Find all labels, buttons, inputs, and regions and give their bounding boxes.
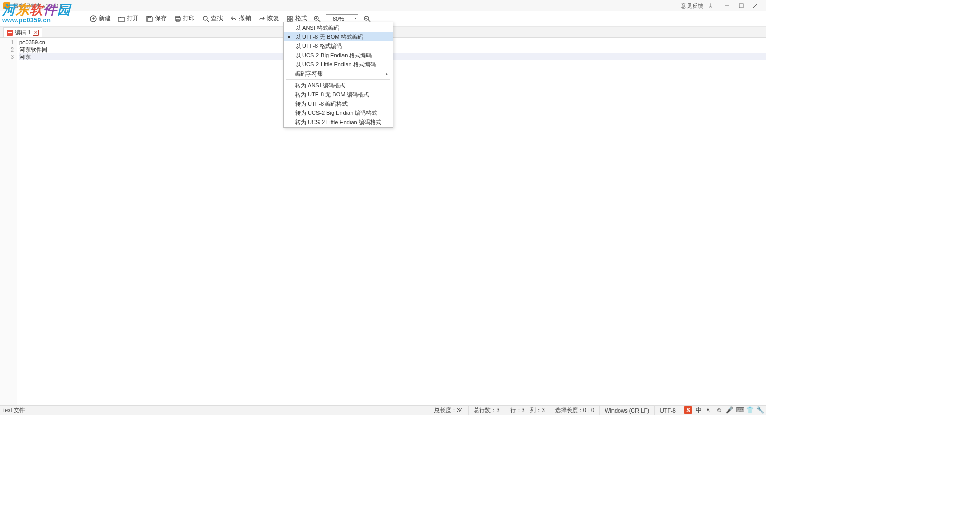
menu-item-utf8-nobom[interactable]: 以 UTF-8 无 BOM 格式编码 [284, 32, 393, 41]
new-button[interactable]: 新建 [87, 13, 114, 25]
menu-item-convert-ansi[interactable]: 转为 ANSI 编码格式 [284, 81, 393, 90]
feedback-link[interactable]: 意见反馈 [681, 2, 703, 10]
save-button[interactable]: 保存 [143, 13, 170, 25]
grid-icon [286, 15, 293, 22]
save-icon [146, 15, 153, 22]
encoding-menu: 以 ANSI 格式编码 以 UTF-8 无 BOM 格式编码 以 UTF-8 格… [283, 22, 393, 128]
status-bar: text 文件 总长度：34 总行数：3 行：3 列：3 选择长度：0 | 0 … [0, 405, 766, 415]
menu-item-charset[interactable]: 编码字符集▸ [284, 69, 393, 78]
svg-line-23 [368, 20, 370, 22]
mic-icon[interactable]: 🎤 [726, 406, 733, 414]
undo-button[interactable]: 撤销 [227, 13, 254, 25]
status-selection: 选择长度：0 | 0 [550, 406, 599, 415]
status-length: 总长度：34 [429, 406, 468, 415]
close-button[interactable] [748, 1, 763, 10]
file-icon [7, 30, 13, 36]
search-icon [202, 15, 209, 22]
svg-rect-16 [290, 19, 292, 21]
svg-point-11 [203, 16, 207, 20]
svg-rect-13 [287, 16, 289, 18]
tab-close-icon[interactable]: ✕ [33, 30, 39, 36]
undo-icon [230, 15, 237, 22]
menu-item-ansi[interactable]: 以 ANSI 格式编码 [284, 23, 393, 32]
status-filetype: text 文件 [3, 406, 25, 414]
bullet-icon [288, 36, 290, 38]
settings-icon[interactable]: 🔧 [756, 406, 764, 414]
menu-item-ucs2-be[interactable]: 以 UCS-2 Big Endian 格式编码 [284, 51, 393, 60]
maximize-button[interactable] [734, 1, 748, 10]
pin-icon[interactable] [707, 3, 714, 9]
redo-icon [258, 15, 265, 22]
find-button[interactable]: 查找 [199, 13, 226, 25]
system-tray: S 中 •, ☺ 🎤 ⌨ 👕 🔧 [684, 405, 764, 415]
svg-rect-1 [739, 4, 743, 8]
skin-icon[interactable]: 👕 [746, 406, 753, 414]
svg-line-12 [207, 20, 209, 22]
keyboard-icon[interactable]: ⌨ [736, 406, 743, 414]
menu-separator [286, 79, 390, 80]
zoom-in-icon [313, 15, 321, 22]
text-caret [31, 54, 31, 60]
svg-rect-7 [148, 16, 151, 18]
print-button[interactable]: 打印 [171, 13, 198, 25]
sogou-ime-icon[interactable]: S [684, 406, 692, 414]
status-position: 行：3 列：3 [505, 406, 550, 415]
zoom-out-icon [363, 15, 371, 22]
window-title: 极客记事本 v1.0.0.1 [13, 2, 63, 10]
svg-rect-14 [290, 16, 292, 18]
line-gutter: 1 2 3 [0, 38, 17, 405]
menu-item-convert-utf8[interactable]: 转为 UTF-8 编码格式 [284, 99, 393, 108]
folder-icon [118, 15, 125, 22]
menu-item-convert-utf8-nobom[interactable]: 转为 UTF-8 无 BOM 编码格式 [284, 90, 393, 99]
tab-label: 编辑 1 [15, 29, 31, 36]
zoom-value: 80% [326, 16, 351, 22]
print-icon [174, 15, 181, 22]
submenu-arrow-icon: ▸ [386, 71, 388, 76]
emoji-icon[interactable]: ☺ [716, 406, 723, 414]
plus-icon [90, 15, 97, 22]
svg-rect-15 [287, 19, 289, 21]
open-button[interactable]: 打开 [115, 13, 142, 25]
menu-item-utf8[interactable]: 以 UTF-8 格式编码 [284, 41, 393, 51]
title-bar: 极客记事本 v1.0.0.1 意见反馈 [0, 0, 766, 11]
status-eol: Windows (CR LF) [599, 406, 654, 415]
redo-button[interactable]: 恢复 [255, 13, 282, 25]
svg-line-20 [318, 20, 320, 22]
ime-lang-icon[interactable]: 中 [695, 406, 702, 414]
menu-item-convert-ucs2-be[interactable]: 转为 UCS-2 Big Endian 编码格式 [284, 108, 393, 117]
status-linecount: 总行数：3 [468, 406, 504, 415]
menu-item-ucs2-le[interactable]: 以 UCS-2 Little Endian 格式编码 [284, 60, 393, 69]
ime-punct-icon[interactable]: •, [705, 406, 713, 414]
minimize-button[interactable] [720, 1, 734, 10]
editor-tab[interactable]: 编辑 1 ✕ [3, 27, 42, 37]
app-icon [3, 2, 10, 9]
menu-item-convert-ucs2-le[interactable]: 转为 UCS-2 Little Endian 编码格式 [284, 117, 393, 127]
